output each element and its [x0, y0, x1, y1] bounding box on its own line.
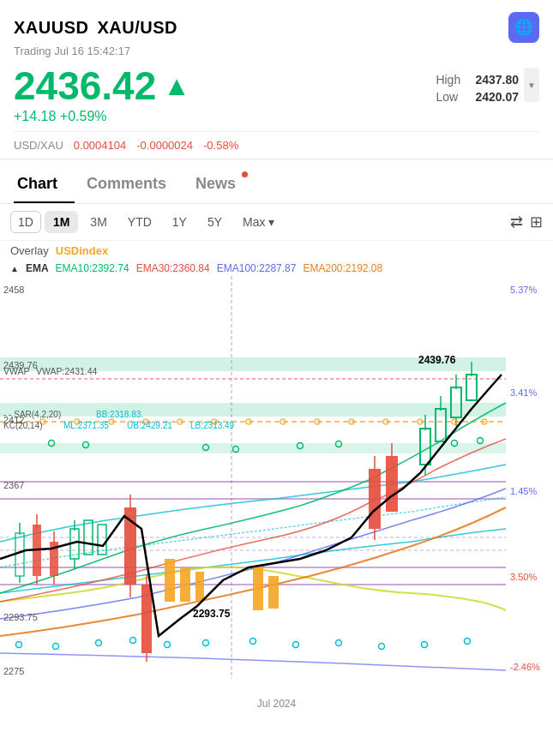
- svg-text:KC(20,14): KC(20,14): [3, 421, 43, 430]
- ema-row: ▲ EMA EMA10:2392.74 EMA30:2360.84 EMA100…: [0, 261, 553, 276]
- usd-label: USD/XAU: [14, 139, 63, 152]
- svg-rect-22: [124, 507, 136, 585]
- svg-rect-35: [195, 572, 204, 602]
- chart-svg: 2458 2439.76 2412 2367 2293.75 2275 5.37…: [0, 276, 553, 696]
- svg-text:BB:2318.83.: BB:2318.83.: [96, 410, 143, 419]
- usd-val3: -0.58%: [203, 139, 238, 152]
- tf-max[interactable]: Max ▾: [234, 211, 283, 233]
- svg-rect-37: [268, 576, 279, 609]
- high-value: 2437.80: [475, 73, 519, 87]
- svg-rect-0: [0, 276, 553, 696]
- tf-1m[interactable]: 1M: [45, 211, 78, 233]
- symbol-row: XAUUSD XAU/USD 🌐: [14, 12, 539, 43]
- usd-val2: -0.0000024: [136, 139, 193, 152]
- tf-1y[interactable]: 1Y: [164, 211, 195, 233]
- low-label: Low: [436, 90, 461, 104]
- tab-chart[interactable]: Chart: [14, 163, 75, 203]
- overlay-value[interactable]: USDindex: [56, 244, 108, 257]
- overlay-label: Overlay: [10, 244, 49, 257]
- svg-text:LB:2313.49: LB:2313.49: [190, 421, 235, 430]
- svg-text:2275: 2275: [3, 666, 24, 676]
- ema10-value: EMA10:2392.74: [56, 262, 129, 274]
- ema30-value: EMA30:2360.84: [136, 262, 210, 274]
- tab-comments[interactable]: Comments: [83, 163, 183, 203]
- svg-text:5.37%: 5.37%: [510, 285, 537, 295]
- scroll-handle[interactable]: ▼: [524, 68, 539, 102]
- svg-rect-34: [180, 567, 190, 602]
- tf-1d[interactable]: 1D: [10, 211, 41, 233]
- svg-rect-25: [141, 585, 152, 653]
- header: XAUUSD XAU/USD 🌐 Trading Jul 16 15:42:17…: [0, 0, 553, 159]
- svg-text:-2.46%: -2.46%: [510, 662, 540, 672]
- svg-text:2293.75: 2293.75: [193, 608, 231, 620]
- svg-text:1.45%: 1.45%: [510, 486, 537, 496]
- ema-label: EMA: [26, 262, 49, 274]
- news-dot: [242, 171, 248, 177]
- symbol-xauusd: XAUUSD: [14, 18, 88, 38]
- symbol-full: XAU/USD: [97, 18, 177, 38]
- svg-text:2458: 2458: [3, 285, 24, 295]
- svg-text:3.41%: 3.41%: [510, 387, 537, 398]
- svg-text:2439.76: 2439.76: [418, 354, 456, 366]
- chart-date: Jul 2024: [0, 696, 553, 711]
- svg-rect-2: [0, 403, 506, 417]
- svg-text:3.50%: 3.50%: [510, 572, 537, 582]
- svg-rect-36: [253, 566, 263, 610]
- high-label: High: [436, 73, 461, 87]
- svg-rect-41: [386, 456, 398, 512]
- usd-row: USD/XAU 0.0004104 -0.0000024 -0.58%: [14, 131, 539, 152]
- tab-news[interactable]: News: [192, 163, 253, 203]
- high-low: High 2437.80 Low 2420.07: [436, 73, 519, 104]
- svg-text:UB:2429.21: UB:2429.21: [127, 421, 172, 430]
- svg-text:2293.75: 2293.75: [3, 612, 38, 622]
- ema200-value: EMA200:2192.08: [303, 262, 382, 274]
- trading-time: Trading Jul 16 15:42:17: [14, 45, 539, 57]
- price-value: 2436.42: [14, 66, 156, 105]
- overlay-row: Overlay USDindex: [0, 241, 553, 261]
- ema100-value: EMA100:2287.87: [217, 262, 297, 274]
- tabs-row: Chart Comments News: [0, 163, 553, 204]
- low-value: 2420.07: [475, 90, 519, 104]
- price-change: +14.18 +0.59%: [14, 109, 190, 124]
- compare-icon[interactable]: ⇄: [510, 213, 523, 231]
- price-row: 2436.42 ▲ +14.18 +0.59% High 2437.80 Low…: [14, 66, 539, 124]
- price-arrow-icon: ▲: [163, 70, 190, 102]
- usd-val1: 0.0004104: [74, 139, 126, 152]
- svg-rect-38: [369, 469, 381, 529]
- globe-icon[interactable]: 🌐: [508, 12, 539, 43]
- svg-text:2367: 2367: [3, 480, 24, 490]
- low-row: Low 2420.07: [436, 90, 519, 104]
- high-row: High 2437.80: [436, 73, 519, 87]
- svg-text:VWAP: VWAP: [3, 366, 30, 376]
- tf-5y[interactable]: 5Y: [199, 211, 231, 233]
- tf-ytd[interactable]: YTD: [119, 211, 160, 233]
- timeframe-row: 1D 1M 3M YTD 1Y 5Y Max ▾ ⇄ ⊞: [0, 204, 553, 241]
- svg-rect-33: [165, 559, 175, 602]
- svg-text:VWAP:2431.44: VWAP:2431.44: [36, 366, 98, 376]
- tf-3m[interactable]: 3M: [81, 211, 115, 233]
- ema-triangle: ▲: [10, 264, 19, 273]
- grid-icon[interactable]: ⊞: [530, 213, 543, 231]
- chart-area[interactable]: 2458 2439.76 2412 2367 2293.75 2275 5.37…: [0, 276, 553, 696]
- price-main: 2436.42 ▲: [14, 66, 190, 105]
- svg-text:- - SAR(4,2,20): - - SAR(4,2,20): [3, 410, 61, 419]
- svg-text:ML:2371.35: ML:2371.35: [63, 421, 109, 430]
